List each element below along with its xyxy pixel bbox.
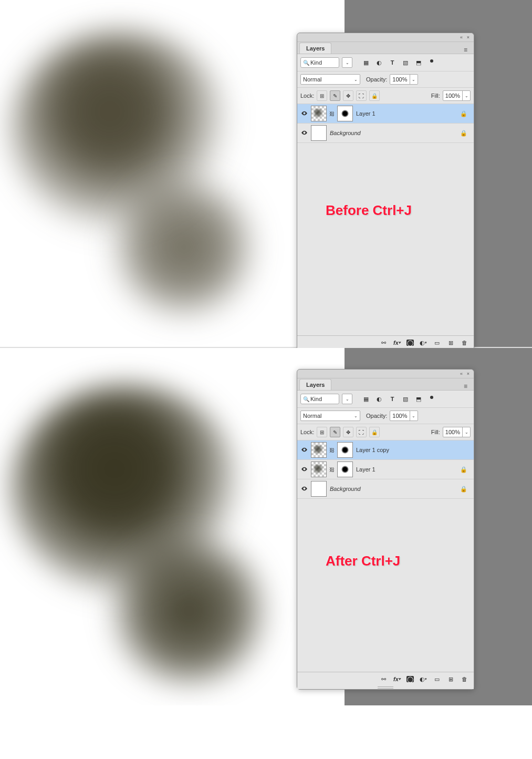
link-layers-icon[interactable]: ⚯ <box>379 675 388 683</box>
filter-adjust-icon[interactable]: ◐ <box>374 57 384 68</box>
filter-art-icon[interactable] <box>426 57 437 68</box>
layer-thumbnail[interactable] <box>311 125 327 141</box>
layers-panel: « × Layers ≡ 🔍 Kind ⌄ ▦ ◐ T ▧ <box>297 33 474 353</box>
lock-position-icon[interactable]: ✥ <box>343 427 353 437</box>
layer-row[interactable]: ⛓ Layer 1 copy <box>297 440 474 460</box>
collapse-icon[interactable]: « <box>459 372 464 376</box>
new-adjustment-icon[interactable]: ◐▾ <box>419 339 427 347</box>
visibility-toggle[interactable] <box>300 110 308 118</box>
new-group-icon[interactable]: ▭ <box>433 339 441 347</box>
layer-name[interactable]: Layer 1 <box>356 110 375 117</box>
search-icon: 🔍 <box>303 60 309 66</box>
filter-shape-icon[interactable]: ▧ <box>400 394 411 404</box>
new-layer-icon[interactable]: ⊞ <box>446 339 455 347</box>
layer-name[interactable]: Layer 1 <box>356 466 375 473</box>
layer-thumbnail[interactable] <box>311 461 327 477</box>
chevron-down-icon: ⌄ <box>354 414 358 418</box>
mask-link-icon[interactable]: ⛓ <box>330 462 334 477</box>
visibility-toggle[interactable] <box>300 446 308 454</box>
layer-row[interactable]: ⛓ Layer 1 🔒 <box>297 104 474 124</box>
layer-thumbnail[interactable] <box>311 481 327 497</box>
collapse-icon[interactable]: « <box>459 35 464 40</box>
layer-thumbnail[interactable] <box>311 106 327 121</box>
filter-shape-icon[interactable]: ▧ <box>400 57 411 68</box>
filter-pixel-icon[interactable]: ▦ <box>361 394 371 404</box>
panel-menu-icon[interactable]: ≡ <box>460 46 471 54</box>
filter-adjust-icon[interactable]: ◐ <box>374 394 384 404</box>
lock-transparent-icon[interactable]: ⊞ <box>317 427 327 437</box>
filter-pixel-icon[interactable]: ▦ <box>361 57 371 68</box>
fill-value: 100% <box>443 93 462 99</box>
add-mask-icon[interactable]: ◯ <box>406 676 414 682</box>
filter-smart-icon[interactable]: ⬒ <box>413 394 424 404</box>
chevron-down-icon[interactable]: ⌄ <box>410 75 418 84</box>
canvas-before[interactable] <box>0 0 345 347</box>
layer-row[interactable]: Background 🔒 <box>297 124 474 143</box>
lock-pixels-icon[interactable]: ✎ <box>330 90 340 101</box>
visibility-toggle[interactable] <box>300 485 308 493</box>
chevron-down-icon: ⌄ <box>354 77 358 82</box>
chevron-down-icon[interactable]: ⌄ <box>462 91 470 100</box>
opacity-input[interactable]: 100% ⌄ <box>390 411 418 421</box>
mask-link-icon[interactable]: ⛓ <box>330 106 334 121</box>
filter-type-icon[interactable]: T <box>387 394 398 404</box>
fill-input[interactable]: 100% ⌄ <box>443 90 471 101</box>
lock-transparent-icon[interactable]: ⊞ <box>317 90 327 101</box>
visibility-toggle[interactable] <box>300 129 308 137</box>
new-group-icon[interactable]: ▭ <box>433 675 441 683</box>
layer-row[interactable]: Background 🔒 <box>297 479 474 499</box>
layer-kind-select[interactable]: 🔍 Kind <box>300 57 339 68</box>
close-icon[interactable]: × <box>466 35 471 40</box>
kind-dropdown[interactable]: ⌄ <box>342 394 352 404</box>
lock-nested-icon[interactable]: ⛶ <box>356 90 367 101</box>
add-mask-icon[interactable]: ◯ <box>406 340 414 346</box>
blend-mode-select[interactable]: Normal ⌄ <box>300 74 360 85</box>
kind-dropdown[interactable]: ⌄ <box>342 57 352 68</box>
panel-titlebar[interactable]: « × <box>297 370 474 378</box>
layer-thumbnail[interactable] <box>311 442 327 458</box>
opacity-input[interactable]: 100% ⌄ <box>390 74 418 85</box>
layer-kind-select[interactable]: 🔍 Kind <box>300 394 339 404</box>
fx-icon[interactable]: fx▾ <box>393 675 401 683</box>
new-adjustment-icon[interactable]: ◐▾ <box>419 675 427 683</box>
chevron-down-icon[interactable]: ⌄ <box>410 411 418 420</box>
filter-type-icon[interactable]: T <box>387 57 398 68</box>
mask-thumbnail[interactable] <box>337 442 353 458</box>
layer-name[interactable]: Layer 1 copy <box>356 447 389 453</box>
panel-titlebar[interactable]: « × <box>297 33 474 42</box>
blend-mode-select[interactable]: Normal ⌄ <box>300 411 360 421</box>
delete-layer-icon[interactable]: 🗑 <box>460 675 468 683</box>
layers-list-before[interactable]: ⛓ Layer 1 🔒 Background 🔒 <box>297 104 474 335</box>
lock-position-icon[interactable]: ✥ <box>343 90 353 101</box>
mask-thumbnail[interactable] <box>337 461 353 477</box>
layer-name[interactable]: Background <box>330 130 361 136</box>
fill-input[interactable]: 100% ⌄ <box>443 427 471 437</box>
lock-all-icon[interactable]: 🔒 <box>369 90 380 101</box>
layers-panel: « × Layers ≡ 🔍 Kind ⌄ ▦ ◐ T ▧ <box>297 369 474 690</box>
delete-layer-icon[interactable]: 🗑 <box>460 339 468 347</box>
filter-art-icon[interactable] <box>426 394 437 404</box>
close-icon[interactable]: × <box>466 372 471 376</box>
blend-row: Normal ⌄ Opacity: 100% ⌄ <box>297 408 474 424</box>
visibility-toggle[interactable] <box>300 466 308 474</box>
panel-menu-icon[interactable]: ≡ <box>460 383 471 390</box>
canvas-after[interactable] <box>0 348 345 705</box>
tab-layers[interactable]: Layers <box>299 43 331 54</box>
new-layer-icon[interactable]: ⊞ <box>446 675 455 683</box>
fill-label: Fill: <box>431 93 440 99</box>
layer-name[interactable]: Background <box>330 486 361 492</box>
mask-thumbnail[interactable] <box>337 106 353 121</box>
link-layers-icon[interactable]: ⚯ <box>379 339 388 347</box>
image-blob <box>105 173 263 321</box>
fx-icon[interactable]: fx▾ <box>393 339 401 347</box>
tab-layers[interactable]: Layers <box>299 379 331 390</box>
layers-list-after[interactable]: ⛓ Layer 1 copy ⛓ Layer 1 🔒 <box>297 440 474 672</box>
lock-pixels-icon[interactable]: ✎ <box>330 427 340 437</box>
mask-link-icon[interactable]: ⛓ <box>330 443 334 457</box>
resize-grip[interactable] <box>297 686 474 689</box>
chevron-down-icon[interactable]: ⌄ <box>462 427 470 437</box>
layer-row[interactable]: ⛓ Layer 1 🔒 <box>297 460 474 479</box>
lock-all-icon[interactable]: 🔒 <box>369 427 380 437</box>
lock-nested-icon[interactable]: ⛶ <box>356 427 367 437</box>
filter-smart-icon[interactable]: ⬒ <box>413 57 424 68</box>
